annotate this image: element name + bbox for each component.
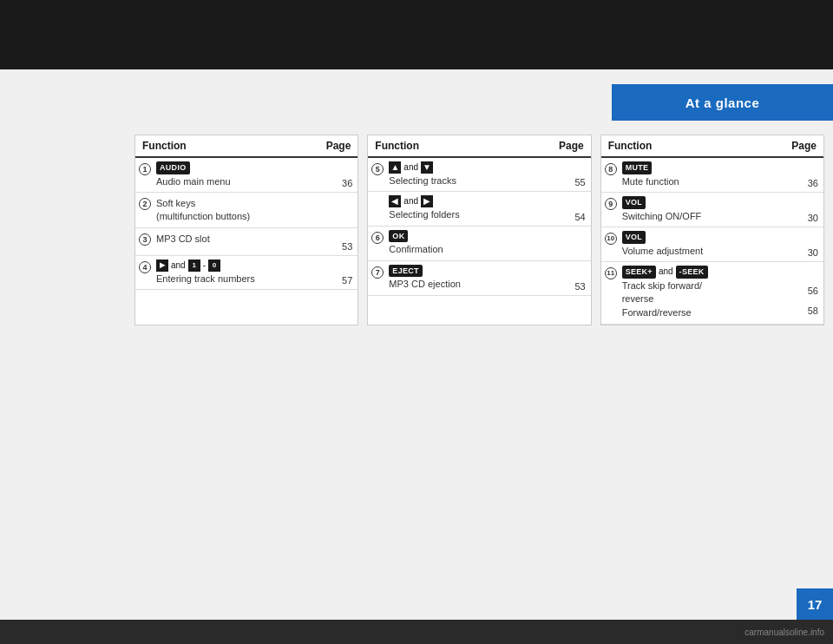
at-a-glance-tab: At a glance (612, 84, 833, 121)
table2-function-header: Function (375, 140, 419, 152)
tables-container: Function Page 1 AUDIO Audio main menu 36… (134, 135, 824, 325)
eject-button-label: EJECT (389, 265, 423, 278)
table2-header: Function Page (368, 135, 590, 158)
table-row: 6 OK Confirmation (368, 227, 590, 261)
vol-adjust-page: 30 (799, 227, 823, 261)
page-number: 17 (808, 597, 823, 612)
row-num-1: 1 (139, 163, 151, 175)
track-numbers-desc: Entering track numbers (156, 272, 330, 286)
num-0-icon: 0 (208, 260, 220, 272)
mute-page: 36 (799, 158, 823, 192)
table-row: 2 Soft keys(multifunction buttons) (135, 193, 357, 228)
seek-page-2: 58 (808, 306, 818, 316)
vol-on-off-desc: Switching ON/OFF (622, 209, 796, 223)
selecting-folders-page: 54 (567, 192, 591, 225)
confirmation-page (567, 227, 591, 260)
table1-page-header: Page (326, 140, 351, 152)
seek-minus-button-label: -SEEK (676, 266, 708, 279)
seek-pages: 56 58 (799, 262, 823, 324)
mp3-ejection-desc: MP3 CD ejection (389, 277, 562, 291)
arrow-right-icon: ▶ (421, 195, 433, 207)
and-text-1: and (171, 260, 186, 272)
audio-desc: Audio main menu (156, 174, 330, 188)
table-row: 10 VOL Volume adjustment 30 (601, 227, 823, 262)
row-num-7: 7 (371, 266, 384, 279)
row-num-10: 10 (605, 233, 617, 245)
top-banner (0, 0, 833, 69)
track-forward-icon: ▶ (156, 260, 168, 272)
table-row: 1 AUDIO Audio main menu 36 (135, 158, 357, 193)
seek-page-1: 56 (808, 286, 818, 296)
at-a-glance-label: At a glance (685, 95, 760, 110)
arrow-left-icon: ◀ (389, 195, 401, 207)
softkeys-desc: Soft keys(multifunction buttons) (156, 196, 330, 224)
function-table-3: Function Page 8 MUTE Mute function 36 9 (600, 135, 824, 325)
and-text-3: and (403, 195, 418, 207)
mp3-ejection-page: 53 (567, 261, 591, 295)
vol-on-off-page: 30 (799, 193, 823, 227)
dash-text: - (203, 260, 206, 272)
arrow-up-icon: ▲ (389, 161, 401, 174)
table1-function-header: Function (142, 140, 187, 152)
seek-plus-button-label: SEEK+ (622, 266, 656, 279)
vol2-button-label: VOL (622, 231, 646, 244)
table-row: 9 VOL Switching ON/OFF 30 (601, 193, 823, 227)
mp3-cd-slot-desc: MP3 CD slot (156, 232, 330, 246)
selecting-folders-desc: Selecting folders (389, 207, 562, 221)
vol-adjust-desc: Volume adjustment (622, 244, 796, 258)
table-row: ◀ and ▶ Selecting folders 54 (368, 192, 590, 226)
table-row: 3 MP3 CD slot 53 (135, 228, 357, 256)
and-text-2: and (403, 161, 418, 174)
num-1-icon: 1 (188, 260, 200, 272)
function-table-2: Function Page 5 ▲ and ▼ Selecting tracks (367, 135, 591, 325)
page-number-badge: 17 (797, 588, 833, 620)
bottom-bar: carmanualsoline.info (0, 620, 833, 644)
table1-header: Function Page (135, 135, 357, 158)
audio-button-label: AUDIO (156, 161, 190, 174)
watermark: carmanualsoline.info (744, 628, 824, 637)
row-num-9: 9 (605, 198, 617, 210)
track-skip-desc: Track skip forward/reverse (622, 279, 796, 306)
table3-header: Function Page (601, 135, 823, 158)
table-row: 8 MUTE Mute function 36 (601, 158, 823, 193)
audio-page: 36 (333, 158, 357, 192)
mute-button-label: MUTE (622, 161, 653, 174)
row-num-2: 2 (139, 198, 151, 210)
row-num-11: 11 (605, 267, 617, 279)
mute-desc: Mute function (622, 174, 796, 188)
table3-page-header: Page (791, 140, 817, 152)
mp3-cd-slot-page: 53 (333, 228, 357, 255)
confirmation-desc: Confirmation (389, 242, 562, 256)
track-numbers-page: 57 (333, 256, 357, 289)
row-num-6: 6 (371, 232, 384, 244)
row-num-5: 5 (371, 163, 384, 175)
ok-button-label: OK (389, 230, 408, 243)
row-num-3: 3 (139, 233, 151, 246)
selecting-tracks-page: 55 (567, 158, 591, 191)
row-num-8: 8 (605, 163, 617, 175)
function-table-1: Function Page 1 AUDIO Audio main menu 36… (134, 135, 358, 325)
table-row: 7 EJECT MP3 CD ejection 53 (368, 261, 590, 296)
table-row: 11 SEEK+ and -SEEK Track skip forward/re… (601, 262, 823, 325)
arrow-down-icon: ▼ (421, 161, 433, 174)
table3-function-header: Function (608, 140, 653, 152)
table-row: 4 ▶ and 1 - 0 Entering track numbers (135, 256, 357, 290)
table2-page-header: Page (559, 140, 584, 152)
forward-reverse-desc: Forward/reverse (622, 306, 796, 319)
vol-button-label: VOL (622, 196, 646, 209)
selecting-tracks-desc: Selecting tracks (389, 174, 562, 187)
and-text-4: and (659, 266, 673, 278)
table-row: 5 ▲ and ▼ Selecting tracks 55 (368, 158, 590, 192)
row-num-4: 4 (139, 261, 151, 273)
softkeys-page (333, 193, 357, 227)
